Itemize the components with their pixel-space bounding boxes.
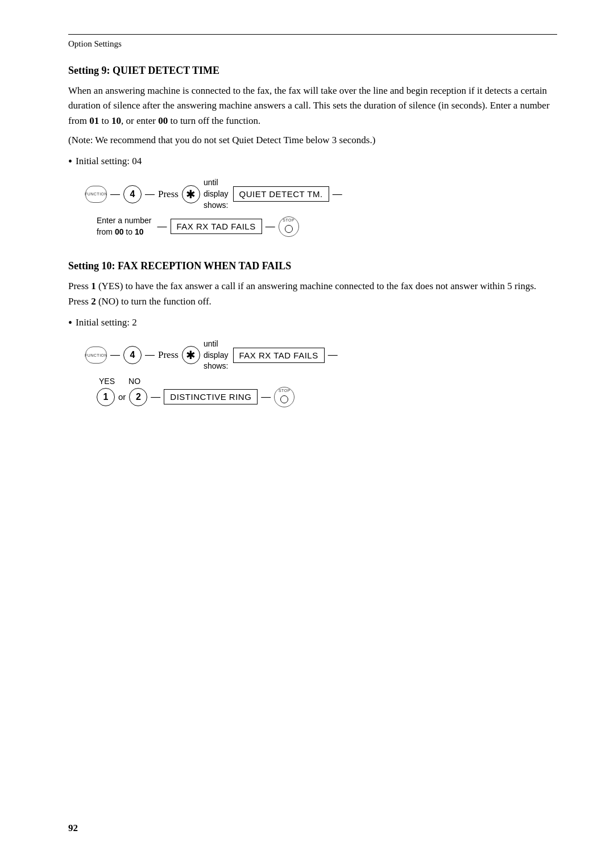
setting9-para1: When an answering machine is connected t… (68, 84, 557, 128)
setting9-diagram: FUNCTION — 4 — Press ✱ until display sho… (85, 177, 557, 237)
function-label-10: FUNCTION (85, 353, 107, 358)
press-text-9: Press (158, 189, 179, 200)
star-button-10[interactable]: ✱ (182, 346, 200, 364)
num2-label: 2 (136, 392, 141, 402)
display-box9-2: FAX RX TAD FAILS (171, 219, 262, 234)
display-text-9: display (204, 189, 229, 200)
num1-button[interactable]: 1 (97, 388, 115, 406)
diag10-row1: FUNCTION — 4 — Press ✱ until display sho… (85, 339, 557, 372)
setting9-heading: Setting 9: QUIET DETECT TIME (68, 65, 557, 77)
setting10-section: Setting 10: FAX RECEPTION WHEN TAD FAILS… (68, 260, 557, 411)
enter-line2-9: from 00 to 10 (97, 227, 152, 238)
star-button-9[interactable]: ✱ (182, 185, 200, 203)
num4-label-10: 4 (130, 350, 135, 360)
function-label-9: FUNCTION (85, 192, 107, 197)
bullet9: • (68, 156, 72, 167)
until-block-9: until display shows: (204, 177, 229, 211)
enter-block-9: Enter a number from 00 to 10 (97, 215, 152, 237)
display-box10-2: DISTINCTIVE RING (164, 389, 258, 404)
arrow9-4: — (157, 221, 167, 232)
setting9-initial: • Initial setting: 04 (68, 156, 557, 167)
stop-button-9[interactable]: STOP (279, 216, 299, 237)
until-text-10: until (204, 339, 229, 350)
enter-bold2-9: 10 (135, 227, 144, 236)
setting9-para2: (Note: We recommend that you do not set … (68, 133, 557, 148)
arrow9-2: — (145, 189, 155, 200)
setting10-para1: Press 1 (YES) to have the fax answer a c… (68, 279, 557, 309)
yes-no-labels: YES NO (99, 377, 557, 386)
diag10-row2: 1 or 2 — DISTINCTIVE RING — STOP (97, 387, 557, 407)
arrow10-2: — (145, 349, 155, 361)
arrow9-3: — (333, 189, 342, 200)
stop-button-10[interactable]: STOP (274, 387, 294, 407)
star-label-9: ✱ (186, 187, 196, 201)
press-text-10: Press (158, 349, 179, 361)
page-number: 92 (68, 823, 78, 834)
no-label: NO (128, 377, 140, 386)
setting9-section: Setting 9: QUIET DETECT TIME When an ans… (68, 65, 557, 237)
diag9-row2: Enter a number from 00 to 10 — FAX RX TA… (97, 215, 557, 237)
stop-label-9: STOP (283, 218, 294, 222)
display-box10-1: FAX RX TAD FAILS (233, 348, 325, 363)
yes-label: YES (99, 377, 115, 386)
display-box9-1: QUIET DETECT TM. (233, 186, 329, 202)
stop-inner-9 (285, 225, 293, 233)
num4-button-9[interactable]: 4 (123, 185, 142, 203)
num4-label-9: 4 (130, 189, 135, 199)
bold-00: 00 (158, 115, 168, 126)
arrow9-1: — (110, 189, 120, 200)
num2-button[interactable]: 2 (129, 388, 147, 406)
function-button-10[interactable]: FUNCTION (85, 347, 107, 364)
or-text: or (118, 392, 126, 402)
bold-1-10: 1 (91, 281, 96, 291)
arrow10-1: — (110, 349, 120, 361)
stop-label-10: STOP (279, 389, 291, 393)
setting10-initial-text: Initial setting: 2 (76, 317, 137, 328)
num4-button-10[interactable]: 4 (123, 346, 142, 364)
display-text-10: display (204, 350, 229, 361)
setting9-initial-text: Initial setting: 04 (76, 156, 142, 167)
bold-10: 10 (111, 115, 121, 126)
function-button-9[interactable]: FUNCTION (85, 186, 107, 203)
setting10-heading: Setting 10: FAX RECEPTION WHEN TAD FAILS (68, 260, 557, 272)
arrow10-4: — (151, 391, 160, 403)
until-block-10: until display shows: (204, 339, 229, 372)
page-content: Option Settings Setting 9: QUIET DETECT … (0, 0, 614, 480)
shows-text-10: shows: (204, 361, 229, 372)
arrow9-5: — (265, 221, 275, 232)
bold-2-10: 2 (91, 296, 96, 307)
stop-inner-10 (280, 395, 288, 403)
bold-01: 01 (89, 115, 99, 126)
star-label-10: ✱ (186, 348, 196, 362)
num1-label: 1 (103, 392, 109, 402)
top-rule (68, 34, 557, 35)
shows-text-9: shows: (204, 200, 229, 211)
diag9-row1: FUNCTION — 4 — Press ✱ until display sho… (85, 177, 557, 211)
arrow10-3: — (328, 349, 338, 361)
bullet10: • (68, 317, 72, 328)
enter-bold1-9: 00 (115, 227, 124, 236)
setting10-diagram: FUNCTION — 4 — Press ✱ until display sho… (85, 339, 557, 412)
setting10-initial: • Initial setting: 2 (68, 317, 557, 328)
section-label: Option Settings (68, 39, 557, 49)
arrow10-5: — (261, 391, 271, 403)
diag10-row2-container: YES NO 1 or 2 — DISTINCTIVE RING — STOP (97, 377, 557, 412)
enter-line1-9: Enter a number (97, 215, 152, 227)
until-text-9: until (204, 177, 229, 189)
